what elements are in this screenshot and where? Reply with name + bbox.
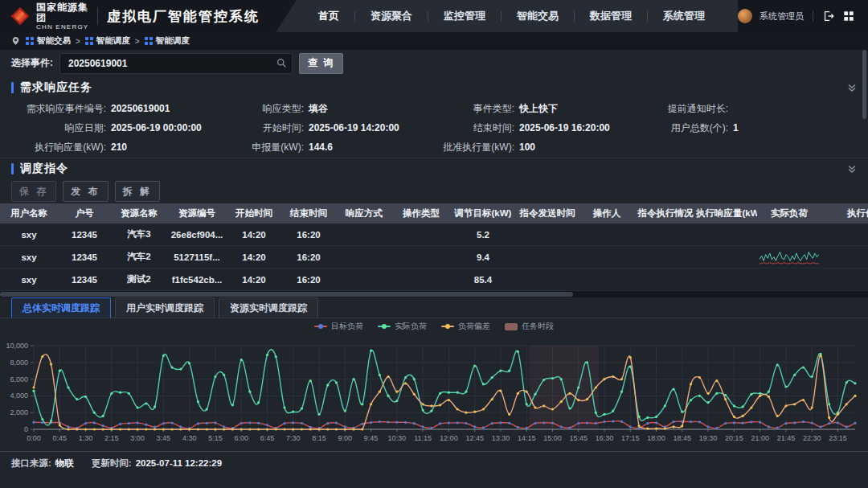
horizontal-scrollbar-thumb[interactable]: [0, 292, 573, 297]
table-header-cell: 操作类型: [392, 207, 450, 219]
breadcrumb-item[interactable]: 智能交易: [26, 35, 71, 47]
table-row[interactable]: sxy12345汽车326e8cf904...14:2016:205.2: [0, 223, 868, 246]
svg-text:19:30: 19:30: [699, 434, 718, 442]
chn-energy-logo-icon: [10, 6, 31, 27]
svg-text:3:00: 3:00: [130, 434, 145, 442]
table-row[interactable]: sxy12345汽车25127115f...14:2016:209.4: [0, 246, 868, 269]
svg-text:6:00: 6:00: [234, 434, 248, 442]
table-body: sxy12345汽车326e8cf904...14:2016:205.2sxy1…: [0, 223, 868, 291]
table-cell: [757, 249, 821, 265]
logout-icon[interactable]: [822, 10, 835, 23]
collapse-chevron-icon[interactable]: [847, 164, 857, 174]
table-cell: f1fc542cb...: [167, 275, 227, 285]
nav-item-system-management[interactable]: 系统管理: [648, 9, 720, 23]
task-field: 结束时间:2025-06-19 16:20:00: [440, 121, 651, 135]
task-field: 响应类型:填谷: [230, 102, 440, 116]
event-select-label: 选择事件:: [11, 56, 53, 70]
svg-text:12:45: 12:45: [465, 434, 484, 442]
task-field: 响应日期:2025-06-19 00:00:00: [11, 121, 230, 135]
table-header-cell: 开始时间: [227, 207, 281, 219]
nav-item-home[interactable]: 首页: [303, 9, 354, 23]
breadcrumb-item[interactable]: 智能调度: [145, 35, 190, 47]
svg-text:14:15: 14:15: [518, 434, 536, 442]
interface-source-label: 接口来源:: [11, 457, 51, 470]
nav-item-monitoring[interactable]: 监控管理: [428, 9, 501, 23]
avatar[interactable]: [738, 9, 752, 23]
event-select-input-wrap: [59, 53, 293, 74]
svg-text:6,000: 6,000: [10, 375, 28, 383]
location-pin-icon: [11, 36, 20, 46]
nav-item-data-management[interactable]: 数据管理: [575, 9, 647, 23]
collapse-chevron-icon[interactable]: [847, 83, 857, 92]
dispatch-tracking-chart: 02,0004,0006,0008,00010,0000:000:451:302…: [6, 333, 862, 447]
table-cell: 16:20: [281, 252, 336, 262]
task-field: 批准执行量(kW):100: [440, 141, 651, 154]
legend-item[interactable]: 目标负荷: [314, 321, 363, 332]
tracking-tabs: 总体实时调度跟踪用户实时调度跟踪资源实时调度跟踪: [0, 297, 868, 318]
svg-text:21:45: 21:45: [777, 434, 796, 442]
svg-text:6:45: 6:45: [260, 434, 275, 442]
save-button[interactable]: 保 存: [11, 181, 56, 202]
table-row[interactable]: sxy12345测试2f1fc542cb...14:2016:2085.4: [0, 269, 868, 291]
table-header-cell: 实际负荷: [757, 207, 821, 219]
svg-text:7:30: 7:30: [286, 434, 301, 442]
svg-text:4,000: 4,000: [10, 392, 28, 400]
search-icon[interactable]: [276, 58, 287, 68]
task-field: 需求响应事件编号:20250619001: [11, 102, 230, 116]
table-header-cell: 响应方式: [336, 207, 392, 219]
top-header: 国家能源集团 CHN ENERGY 虚拟电厂智能管控系统 首页资源聚合监控管理智…: [0, 0, 868, 32]
horizontal-scrollbar[interactable]: [0, 291, 868, 297]
user-divider: [813, 10, 813, 22]
table-cell: 12345: [58, 275, 111, 285]
table-cell: 5.2: [450, 230, 516, 240]
nav-item-smart-trading[interactable]: 智能交易: [502, 9, 574, 23]
svg-text:8,000: 8,000: [10, 359, 28, 367]
table-cell: 汽车2: [111, 251, 167, 263]
task-fields-grid: 需求响应事件编号:20250619001响应类型:填谷事件类型:快上快下提前通知…: [0, 98, 868, 158]
svg-text:0: 0: [24, 425, 28, 433]
event-select-input[interactable]: [59, 53, 293, 74]
svg-text:2,000: 2,000: [10, 408, 28, 416]
table-cell: sxy: [0, 275, 58, 285]
app-title: 虚拟电厂智能管控系统: [107, 7, 260, 26]
task-field: 事件类型:快上快下: [440, 102, 651, 116]
nav-item-resource-aggregation[interactable]: 资源聚合: [355, 9, 428, 23]
tab-overall-realtime-tracking[interactable]: 总体实时调度跟踪: [11, 297, 111, 318]
task-field: 用户总数(个):1: [651, 121, 857, 135]
table-cell: sxy: [0, 252, 58, 262]
demand-response-header: 需求响应任务: [0, 76, 868, 98]
svg-text:20:15: 20:15: [725, 434, 743, 442]
table-cell: 12345: [58, 230, 111, 240]
publish-button[interactable]: 发 布: [63, 181, 108, 202]
breadcrumb-separator: >: [76, 37, 80, 46]
breadcrumb-items: 智能交易>智能调度>智能调度: [26, 35, 190, 47]
vertical-scrollbar-thumb[interactable]: [862, 50, 866, 119]
legend-item[interactable]: 实际负荷: [378, 321, 427, 332]
brand: 国家能源集团 CHN ENERGY: [0, 2, 89, 31]
breadcrumb-item[interactable]: 智能调度: [85, 35, 130, 47]
table-cell: sxy: [0, 230, 58, 240]
table-cell: 5127115f...: [167, 252, 227, 262]
grid-icon: [26, 37, 34, 45]
legend-item[interactable]: 任务时段: [505, 321, 554, 332]
svg-text:23:15: 23:15: [829, 434, 847, 442]
org-name: 国家能源集团 CHN ENERGY: [36, 2, 89, 31]
apps-icon[interactable]: [842, 10, 855, 23]
table-header-cell: 用户名称: [0, 207, 58, 219]
query-button[interactable]: 查 询: [299, 53, 343, 74]
tab-user-realtime-tracking[interactable]: 用户实时调度跟踪: [115, 297, 215, 318]
breadcrumb-separator: >: [135, 37, 140, 46]
legend-item[interactable]: 负荷偏差: [441, 321, 490, 332]
svg-text:0:45: 0:45: [53, 434, 68, 442]
table-cell: 14:20: [227, 275, 281, 285]
decompose-button[interactable]: 拆 解: [115, 181, 160, 202]
main-nav: 首页资源聚合监控管理智能交易数据管理系统管理: [276, 0, 738, 32]
footer: 接口来源: 物联 更新时间: 2025-07-11 12:22:29: [0, 451, 868, 474]
tab-resource-realtime-tracking[interactable]: 资源实时调度跟踪: [219, 297, 318, 318]
table-header-cell: 资源编号: [167, 207, 227, 219]
table-cell: 26e8cf904...: [167, 230, 227, 240]
table-cell: 汽车3: [111, 228, 167, 240]
table-cell: 14:20: [227, 230, 281, 240]
svg-text:16:30: 16:30: [596, 434, 614, 442]
table-header-cell: 户号: [58, 207, 111, 219]
